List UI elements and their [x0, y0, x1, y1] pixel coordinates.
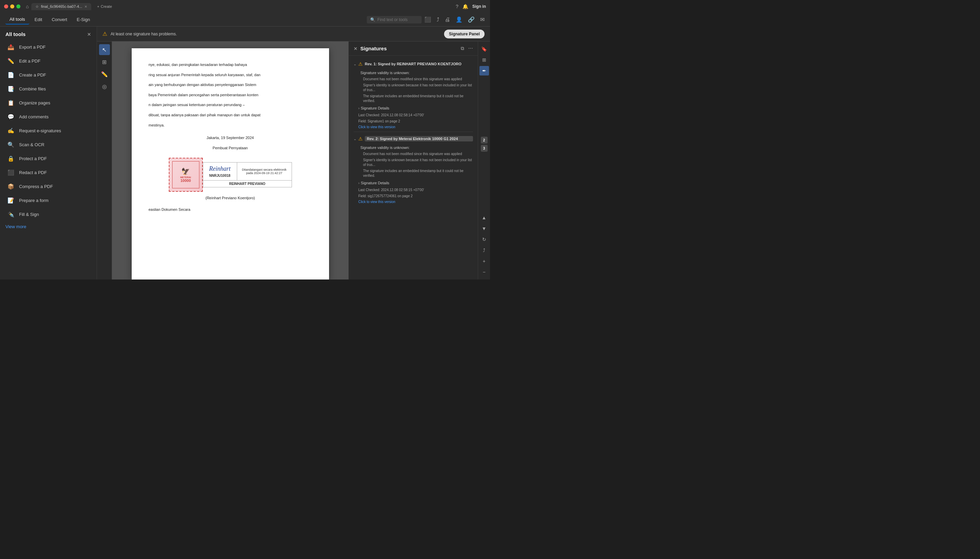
page-2-badge[interactable]: 2 [481, 137, 488, 144]
page-export-btn[interactable]: ⤴ [479, 245, 489, 255]
close-button[interactable] [4, 5, 8, 8]
more-options-icon[interactable]: ⋯ [468, 46, 473, 51]
sidebar-item-organize-pages[interactable]: 📋 Organize pages [2, 96, 95, 109]
bookmark-icon-btn[interactable]: 🔖 [479, 44, 489, 54]
signatures-panel-title: Signatures [360, 46, 458, 51]
sig-rev1-details-expand[interactable]: › Signature Details [358, 105, 473, 111]
sidebar-item-prepare-form-label: Prepare a form [19, 198, 49, 203]
sidebar-item-fill-sign-label: Fill & Sign [19, 212, 39, 217]
signature-panel-button[interactable]: Signature Panel [444, 30, 484, 38]
scroll-up-btn[interactable]: ▲ [479, 213, 489, 222]
maximize-button[interactable] [17, 5, 20, 8]
sidebar-item-create-pdf[interactable]: 📄 Create a PDF [2, 68, 95, 82]
minimize-button[interactable] [10, 5, 14, 8]
toolbar-strip: ↖ ⊞ ✏️ ◎ [97, 41, 112, 280]
meterai-inner: 🦅 METERAI 10000 [172, 161, 199, 189]
insert-tool-button[interactable]: ⊞ [99, 56, 110, 67]
refresh-btn[interactable]: ↻ [479, 235, 489, 244]
sig-rev2-last-checked: Last Checked: 2024.12.08 02:58:15 +07'00… [358, 188, 473, 192]
sig-rev1-title: Rev. 1: Signed by REINHART PREVIANO KOEN… [365, 62, 473, 66]
sig-name-area: Reinhart NNRJU10018 [203, 162, 237, 180]
current-tab[interactable]: ☆ final_6c96465c-ba07-4... ✕ [31, 3, 91, 10]
sidebar-item-protect-pdf[interactable]: 🔒 Protect a PDF [2, 152, 95, 165]
sidebar-close-icon[interactable]: ✕ [87, 31, 91, 37]
sidebar-item-fill-sign[interactable]: ✒️ Fill & Sign [2, 207, 95, 221]
scroll-down-btn[interactable]: ▼ [479, 224, 489, 233]
layers-icon-btn[interactable]: ⊞ [479, 55, 489, 64]
sig-rev2-body: Signature validity is unknown: Document … [349, 144, 478, 205]
sig-top: Reinhart NNRJU10018 Ditandatangani secar… [203, 162, 292, 180]
pdf-viewer[interactable]: nye, edukasi, dan peningkatan kesadaran … [112, 41, 348, 280]
zoom-out-btn[interactable]: − [479, 267, 489, 277]
sidebar-header: All tools ✕ [0, 26, 97, 40]
pdf-text-7: mestinya. [149, 122, 312, 129]
sig-rev1-detail-3: The signature includes an embedded times… [358, 94, 473, 103]
sig-rev1-header[interactable]: ⌄ ⚠ Rev. 1: Signed by REINHART PREVIANO … [349, 58, 478, 69]
cursor-tool-button[interactable]: ↖ [99, 44, 110, 55]
sidebar-item-compress-pdf[interactable]: 📦 Compress a PDF [2, 180, 95, 193]
signatures-panel-icons: ⧉ ⋯ [461, 46, 473, 51]
sig-rev2-link[interactable]: Click to view this version [358, 200, 473, 204]
email-icon[interactable]: ✉ [480, 17, 484, 23]
sig-full-name-bottom: REINHART PREVIANO [203, 180, 292, 187]
view-more-link[interactable]: View more [0, 222, 97, 232]
sidebar-item-redact-pdf[interactable]: ⬛ Redact a PDF [2, 165, 95, 179]
add-comments-icon: 💬 [7, 112, 15, 121]
warning-text: At least one signature has problems. [111, 31, 441, 36]
account-icon[interactable]: 👤 [456, 17, 463, 23]
sig-rev1-details-label: Signature Details [361, 106, 389, 110]
bell-icon[interactable]: 🔔 [463, 4, 468, 9]
search-bar[interactable]: 🔍 [367, 16, 421, 23]
sidebar-item-add-comments[interactable]: 💬 Add comments [2, 110, 95, 123]
tab-close-icon[interactable]: ✕ [85, 5, 87, 8]
signatures-panel-close-icon[interactable]: ✕ [353, 46, 358, 51]
help-icon[interactable]: ? [456, 4, 458, 9]
sidebar-item-prepare-form[interactable]: 📝 Prepare a form [2, 194, 95, 207]
pdf-location-date: Jakarta, 19 September 2024 [149, 135, 312, 141]
copy-icon[interactable]: ⧉ [461, 46, 464, 51]
link-icon[interactable]: 🔗 [468, 17, 475, 23]
pdf-text-4: baya Pemerintah dalam pencegahan serta p… [149, 92, 312, 98]
menu-edit[interactable]: Edit [31, 15, 46, 24]
redact-pdf-icon: ⬛ [7, 168, 15, 177]
menu-all-tools[interactable]: All tools [5, 15, 29, 25]
far-right-toolbar: 🔖 ⊞ ✒ 2 3 ▲ ▼ ↻ ⤴ + − [478, 41, 490, 280]
sig-rev2-details-expand[interactable]: › Signature Details [358, 180, 473, 186]
pdf-text-5: n dalam jaringan sesuai ketentuan peratu… [149, 102, 312, 108]
sig-divider [353, 132, 473, 132]
new-tab-button[interactable]: + Create [94, 3, 115, 10]
save-to-cloud-icon[interactable]: ⬛ [425, 17, 431, 23]
sig-rev2-details-chevron-icon: › [358, 181, 359, 185]
signatures-panel-header: ✕ Signatures ⧉ ⋯ [349, 41, 478, 56]
sidebar-item-scan-ocr[interactable]: 🔍 Scan & OCR [2, 138, 95, 151]
sidebar-item-export-pdf[interactable]: 📤 Export a PDF [2, 40, 95, 54]
meterai-value: 10000 [180, 179, 191, 183]
sign-in-button[interactable]: Sign in [472, 4, 486, 9]
sign-icon-btn[interactable]: ✒ [479, 66, 489, 76]
pdf-text-1: nye, edukasi, dan peningkatan kesadaran … [149, 62, 312, 68]
signature-box: Reinhart NNRJU10018 Ditandatangani secar… [203, 162, 292, 187]
search-input[interactable] [377, 17, 418, 22]
stamp-tool-button[interactable]: ◎ [99, 81, 110, 92]
sig-rev2-header[interactable]: ⌄ ⚠ Rev. 2: Signed by Meterai Elektronik… [349, 133, 478, 144]
print-icon[interactable]: 🖨 [445, 17, 450, 23]
export-icon[interactable]: ⤴ [436, 17, 439, 23]
menubar-icons: ⬛ ⤴ 🖨 👤 🔗 ✉ [425, 17, 484, 23]
sidebar-item-edit-pdf[interactable]: ✏️ Edit a PDF [2, 54, 95, 68]
sig-rev1-expand-icon[interactable]: ⌄ [353, 62, 356, 66]
fill-sign-icon: ✒️ [7, 210, 15, 218]
sidebar-item-combine-files[interactable]: 📑 Combine files [2, 82, 95, 96]
home-icon[interactable]: ⌂ [26, 4, 28, 9]
content-with-toolbar: ↖ ⊞ ✏️ ◎ nye, edukasi, dan peningkatan k… [97, 41, 490, 280]
page-3-badge[interactable]: 3 [481, 145, 488, 152]
sidebar-item-create-pdf-label: Create a PDF [19, 73, 46, 78]
pencil-tool-button[interactable]: ✏️ [99, 69, 110, 79]
menu-convert[interactable]: Convert [48, 15, 71, 24]
sig-rev1-link[interactable]: Click to view this version [358, 125, 473, 129]
new-tab-label: Create [101, 5, 112, 8]
zoom-in-btn[interactable]: + [479, 256, 489, 266]
menu-esign[interactable]: E-Sign [73, 15, 94, 24]
sig-rev2-expand-icon[interactable]: ⌄ [353, 137, 356, 141]
sidebar-item-request-esignatures[interactable]: ✍️ Request e-signatures [2, 124, 95, 137]
search-icon: 🔍 [370, 17, 375, 22]
